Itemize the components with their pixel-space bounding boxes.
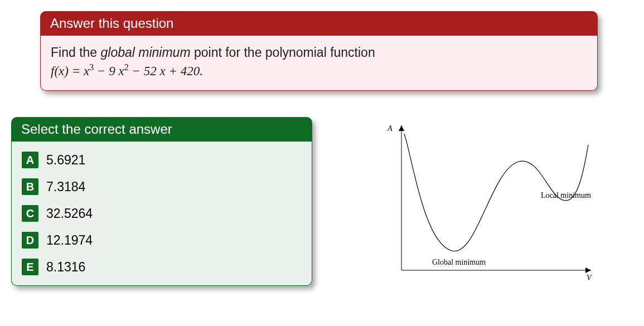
answer-option-c[interactable]: C 32.5264 <box>22 205 302 222</box>
answer-value: 8.1316 <box>46 260 85 275</box>
svg-marker-3 <box>399 125 404 131</box>
svg-marker-1 <box>585 267 591 273</box>
answer-option-e[interactable]: E 8.1316 <box>22 259 302 275</box>
question-formula: f(x) = x3 − 9 x2 − 52 x + 420. <box>51 64 203 78</box>
answers-body: A 5.6921 B 7.3184 C 32.5264 D 12.1974 E … <box>11 142 312 286</box>
answers-header-text: Select the correct answer <box>21 121 172 137</box>
question-body: Find the global minimum point for the po… <box>40 36 598 91</box>
question-prompt-emphasis: global minimum <box>101 45 191 60</box>
question-header-text: Answer this question <box>50 16 173 31</box>
answer-option-a[interactable]: A 5.6921 <box>22 152 302 168</box>
question-header: Answer this question <box>40 11 598 36</box>
answer-badge: D <box>22 232 38 249</box>
question-box: Answer this question Find the global min… <box>40 11 598 91</box>
y-axis-label: A <box>387 124 393 133</box>
answer-badge: E <box>22 259 38 275</box>
answer-value: 7.3184 <box>46 179 85 194</box>
x-axis-label: V <box>587 274 592 282</box>
answers-header: Select the correct answer <box>11 117 312 142</box>
answers-box: Select the correct answer A 5.6921 B 7.3… <box>11 117 312 286</box>
question-prompt-prefix: Find the <box>51 45 101 60</box>
local-min-label: Local minimum <box>541 191 591 200</box>
answer-option-d[interactable]: D 12.1974 <box>22 232 302 249</box>
answer-value: 12.1974 <box>46 233 93 248</box>
minimum-diagram: A V Global minimum Local minimum <box>357 125 624 293</box>
answer-badge: B <box>22 178 38 195</box>
global-min-label: Global minimum <box>432 258 486 266</box>
answer-value: 32.5264 <box>46 206 93 221</box>
answer-badge: A <box>22 152 38 168</box>
question-prompt-suffix: point for the polynomial function <box>191 45 375 60</box>
answer-option-b[interactable]: B 7.3184 <box>22 178 302 195</box>
answer-value: 5.6921 <box>46 153 85 168</box>
answer-badge: C <box>22 205 38 222</box>
